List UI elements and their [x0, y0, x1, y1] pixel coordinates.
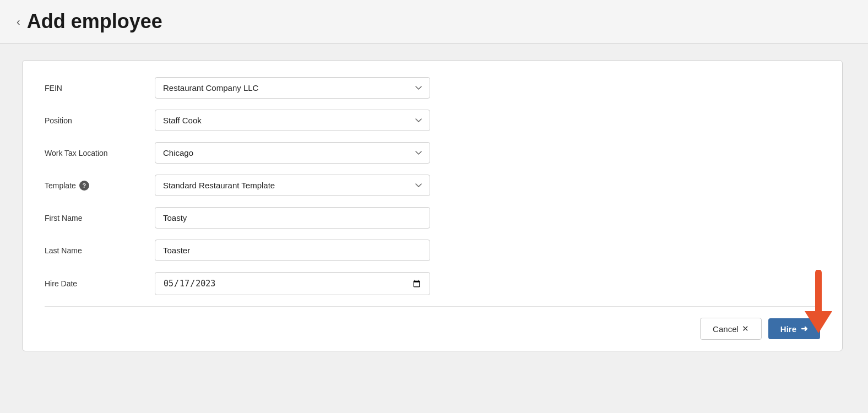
page-title: Add employee	[27, 10, 162, 33]
fein-label: FEIN	[45, 84, 144, 93]
fein-select[interactable]: Restaurant Company LLC	[155, 77, 430, 99]
hire-date-input[interactable]	[155, 272, 430, 295]
hire-icon: ➜	[801, 324, 808, 334]
position-select[interactable]: Staff Cook	[155, 110, 430, 131]
cancel-button[interactable]: Cancel ✕	[700, 318, 762, 340]
work-tax-location-select[interactable]: Chicago	[155, 142, 430, 164]
page-content: FEIN Restaurant Company LLC Position Sta…	[0, 44, 868, 368]
hire-date-label: Hire Date	[45, 279, 144, 288]
cancel-label: Cancel	[713, 324, 739, 334]
back-button[interactable]: ‹	[17, 15, 20, 28]
first-name-input[interactable]	[155, 207, 430, 229]
last-name-input[interactable]	[155, 240, 430, 261]
template-row: Template ? Standard Restaurant Template	[45, 175, 820, 196]
hire-date-row: Hire Date	[45, 272, 820, 295]
hire-label: Hire	[780, 324, 796, 334]
hire-button[interactable]: Hire ➜	[768, 318, 820, 339]
first-name-row: First Name	[45, 207, 820, 229]
cancel-icon: ✕	[742, 324, 749, 334]
form-card: FEIN Restaurant Company LLC Position Sta…	[22, 60, 843, 351]
position-row: Position Staff Cook	[45, 110, 820, 131]
position-label: Position	[45, 116, 144, 125]
work-tax-location-row: Work Tax Location Chicago	[45, 142, 820, 164]
template-help-icon[interactable]: ?	[79, 181, 89, 191]
form-footer: Cancel ✕ Hire ➜	[45, 306, 820, 351]
template-label: Template ?	[45, 181, 144, 191]
first-name-label: First Name	[45, 214, 144, 222]
work-tax-location-label: Work Tax Location	[45, 149, 144, 157]
last-name-label: Last Name	[45, 246, 144, 255]
page-header: ‹ Add employee	[0, 0, 868, 44]
template-select[interactable]: Standard Restaurant Template	[155, 175, 430, 196]
last-name-row: Last Name	[45, 240, 820, 261]
fein-row: FEIN Restaurant Company LLC	[45, 77, 820, 99]
